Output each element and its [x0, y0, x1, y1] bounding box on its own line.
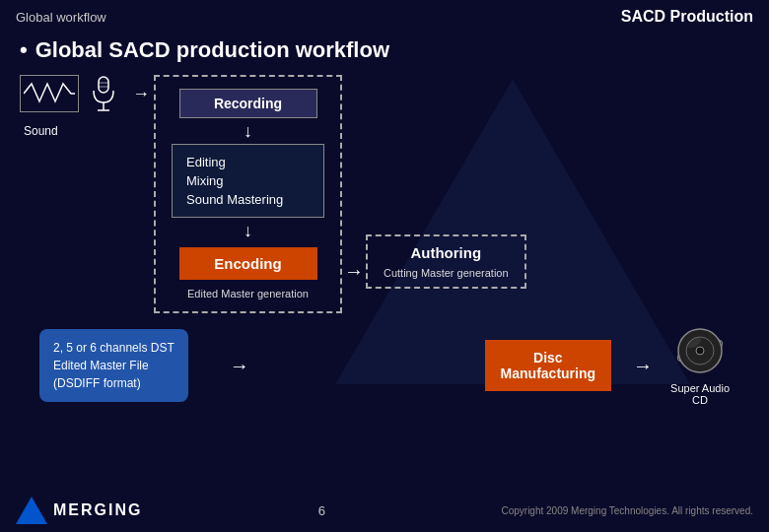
super-audio-cd-label: Super AudioCD: [670, 382, 730, 406]
main-content: •Global SACD production workflow: [0, 33, 769, 410]
disc-manufacturing-label: DiscManufacturing: [501, 350, 595, 381]
dst-bubble: 2, 5 or 6 channels DST Edited Master Fil…: [39, 329, 188, 402]
authoring-label: Authoring: [384, 244, 509, 261]
left-icons-block: → Sound: [20, 75, 154, 138]
logo-text: MERGING: [53, 501, 142, 519]
mic-svg: [88, 75, 119, 112]
footer-copyright: Copyright 2009 Merging Technologies. All…: [501, 505, 753, 516]
h-arrow-3: →: [633, 355, 653, 377]
header-right-label: SACD Production: [621, 8, 753, 26]
dst-line1: 2, 5 or 6 channels DST: [53, 339, 175, 357]
svg-rect-0: [99, 77, 108, 93]
dst-line3: (DSDIFF format): [53, 374, 175, 392]
cutting-master-label: Cutting Master generation: [384, 267, 509, 279]
disc-to-sacd-arrow: →: [631, 355, 655, 377]
encoding-to-authoring-arrow: →: [342, 260, 366, 283]
edited-master-label: Edited Master generation: [187, 288, 309, 299]
footer-page-number: 6: [318, 503, 325, 518]
disc-icon: [674, 325, 726, 376]
h-arrow-1: →: [344, 260, 364, 283]
encoding-label: Encoding: [214, 255, 281, 272]
main-process-box: Recording ↓ Editing Mixing Sound Masteri…: [154, 75, 342, 313]
icon-row: →: [20, 75, 154, 112]
footer: MERGING 6 Copyright 2009 Merging Technol…: [0, 497, 769, 524]
bullet: •: [20, 37, 28, 62]
mixing-line: Mixing: [186, 171, 310, 190]
authoring-process-box: Authoring Cutting Master generation: [366, 234, 526, 289]
h-arrow-2: →: [230, 355, 249, 377]
sound-mastering-line: Sound Mastering: [186, 190, 310, 209]
wave-icon: [20, 75, 79, 112]
recording-box: Recording: [179, 89, 317, 118]
editing-box: Editing Mixing Sound Mastering: [172, 144, 324, 218]
header-left-label: Global workflow: [16, 10, 106, 25]
arrow-down-2: ↓: [244, 222, 252, 239]
super-audio-cd-section: Super AudioCD: [670, 325, 730, 406]
header: Global workflow SACD Production: [0, 0, 769, 33]
mic-icon: [85, 75, 122, 112]
disc-manufacturing-box: DiscManufacturing: [485, 340, 611, 391]
to-disc-arrow: →: [228, 355, 251, 377]
bottom-section: 2, 5 or 6 channels DST Edited Master Fil…: [20, 325, 749, 406]
svg-point-8: [696, 347, 704, 355]
editing-line: Editing: [186, 153, 310, 171]
logo-triangle-icon: [16, 497, 47, 524]
arrow-to-recording: →: [132, 84, 150, 104]
dst-line2: Edited Master File: [53, 357, 175, 374]
recording-label: Recording: [214, 96, 282, 111]
footer-logo: MERGING: [16, 497, 142, 524]
wave-svg: [24, 80, 75, 107]
workflow-area: → Sound Recording ↓ Editing Mixing Sound…: [20, 75, 749, 313]
sound-label: Sound: [24, 124, 58, 138]
page-title: •Global SACD production workflow: [20, 37, 749, 63]
arrow-down-1: ↓: [244, 122, 252, 140]
encoding-box: Encoding: [179, 247, 317, 280]
disc-section: DiscManufacturing: [485, 340, 611, 391]
